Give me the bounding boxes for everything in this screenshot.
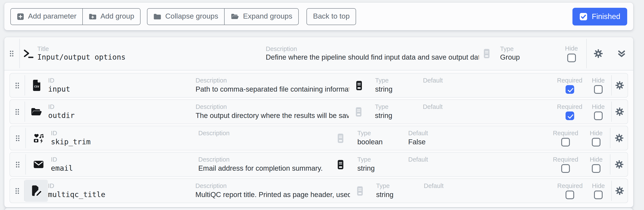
hide-checkbox[interactable]: [594, 112, 602, 120]
param-description-value[interactable]: The output directory where the results w…: [196, 111, 349, 120]
param-default-value[interactable]: [423, 85, 554, 94]
param-help-text-button[interactable]: [350, 179, 370, 203]
hide-checkbox[interactable]: [592, 138, 600, 147]
param-settings-cell: [610, 126, 628, 150]
expand-groups-button[interactable]: Expand groups: [224, 8, 299, 25]
param-type-value[interactable]: string: [376, 190, 418, 199]
finished-button[interactable]: Finished: [572, 8, 627, 25]
group-description-value[interactable]: Define where the pipeline should find in…: [266, 53, 479, 62]
param-description-field[interactable]: Description Path to comma-separated file…: [190, 73, 349, 97]
param-type-field[interactable]: Type string: [369, 73, 417, 97]
param-type-field[interactable]: Type boolean: [351, 126, 402, 150]
param-id-field[interactable]: ID skip_trim: [51, 126, 193, 150]
param-description-field[interactable]: Description The output directory where t…: [190, 100, 349, 124]
settings-button[interactable]: [592, 48, 604, 59]
required-label: Required: [557, 103, 582, 110]
required-checkbox[interactable]: [561, 164, 570, 173]
param-icon-button[interactable]: [26, 126, 51, 150]
hide-checkbox[interactable]: [592, 164, 600, 173]
param-hide-field: Hide: [582, 153, 610, 176]
drag-handle[interactable]: [10, 126, 26, 150]
param-default-field[interactable]: Default False: [402, 126, 549, 150]
param-default-field[interactable]: Default: [417, 73, 554, 97]
group-help-text-button[interactable]: [479, 37, 494, 70]
settings-button[interactable]: [614, 133, 624, 143]
param-default-value[interactable]: [424, 190, 554, 199]
param-icon-button[interactable]: [25, 100, 48, 124]
settings-button[interactable]: [614, 106, 625, 117]
param-help-text-button[interactable]: [349, 100, 369, 124]
param-default-value[interactable]: [408, 164, 549, 173]
hide-label: Hide: [590, 156, 602, 163]
param-default-value[interactable]: False: [408, 137, 549, 147]
param-id-field[interactable]: ID multiqc_title: [48, 179, 190, 203]
settings-button[interactable]: [614, 159, 624, 170]
param-type-value[interactable]: string: [375, 85, 417, 94]
group-title-value[interactable]: Input/output options: [37, 53, 262, 62]
gear-icon: [614, 160, 624, 169]
group-description-field[interactable]: Description Define where the pipeline sh…: [262, 37, 479, 70]
drag-handle[interactable]: [10, 73, 24, 97]
param-id-field[interactable]: ID outdir: [48, 100, 190, 124]
param-id-value[interactable]: email: [51, 164, 193, 173]
collapse-group-button[interactable]: [616, 49, 627, 59]
param-type-field[interactable]: Type string: [369, 100, 416, 124]
param-help-text-button[interactable]: [349, 73, 369, 97]
param-icon-button[interactable]: [26, 153, 51, 176]
hide-checkbox[interactable]: [594, 85, 602, 94]
back-to-top-button[interactable]: Back to top: [306, 8, 356, 25]
param-id-value[interactable]: skip_trim: [51, 137, 193, 147]
description-label: Description: [196, 103, 349, 111]
type-label: Type: [357, 130, 402, 137]
param-description-value[interactable]: Email address for completion summary.: [198, 164, 330, 173]
param-type-field[interactable]: Type string: [370, 179, 418, 203]
param-id-value[interactable]: multiqc_title: [48, 190, 190, 199]
param-description-value[interactable]: [198, 137, 330, 147]
drag-handle[interactable]: [10, 100, 24, 124]
required-checkbox[interactable]: [565, 112, 574, 120]
param-default-field[interactable]: Default: [418, 179, 554, 203]
param-id-field[interactable]: ID input: [48, 73, 190, 97]
param-type-field[interactable]: Type string: [351, 153, 402, 176]
drag-handle[interactable]: [10, 153, 26, 176]
param-id-value[interactable]: input: [48, 84, 190, 94]
hide-checkbox[interactable]: [594, 191, 602, 199]
param-hide-field: Hide: [582, 126, 610, 150]
group-icon-button[interactable]: [20, 37, 37, 70]
param-help-text-button[interactable]: [330, 126, 351, 150]
settings-button[interactable]: [614, 80, 625, 91]
param-settings-cell: [612, 100, 628, 124]
settings-button[interactable]: [614, 185, 625, 196]
param-type-value[interactable]: string: [375, 111, 416, 120]
required-checkbox[interactable]: [565, 85, 574, 94]
add-parameter-button[interactable]: Add parameter: [10, 8, 83, 25]
hide-label: Hide: [590, 129, 602, 137]
param-icon-button[interactable]: [25, 73, 48, 97]
param-default-field[interactable]: Default: [402, 153, 549, 176]
param-description-field[interactable]: Description Email address for completion…: [193, 153, 330, 176]
hide-checkbox[interactable]: [567, 54, 576, 62]
collapse-groups-button[interactable]: Collapse groups: [147, 8, 225, 25]
param-icon-button[interactable]: [25, 180, 48, 202]
param-default-field[interactable]: Default: [417, 100, 554, 124]
default-label: Default: [423, 103, 554, 111]
required-checkbox[interactable]: [561, 138, 570, 147]
param-description-field[interactable]: Description MultiQC report title. Printe…: [190, 179, 350, 203]
param-description-value[interactable]: MultiQC report title. Printed as page he…: [196, 190, 350, 199]
param-id-value[interactable]: outdir: [48, 111, 190, 120]
param-help-text-button[interactable]: [330, 153, 351, 176]
drag-handle[interactable]: [10, 179, 24, 203]
param-default-value[interactable]: [423, 111, 554, 120]
grip-icon: [14, 186, 20, 195]
param-type-value[interactable]: boolean: [357, 137, 402, 147]
help-text-icon: [335, 133, 346, 143]
required-checkbox[interactable]: [566, 191, 574, 199]
param-type-value[interactable]: string: [357, 164, 402, 173]
param-id-field[interactable]: ID email: [51, 153, 193, 176]
gear-icon: [615, 81, 624, 90]
group-title-field[interactable]: Title Input/output options: [37, 37, 262, 70]
param-description-value[interactable]: Path to comma-separated file containing …: [196, 85, 349, 94]
param-description-field[interactable]: Description: [193, 126, 330, 150]
add-group-button[interactable]: Add group: [82, 8, 141, 25]
drag-handle[interactable]: [4, 37, 20, 70]
